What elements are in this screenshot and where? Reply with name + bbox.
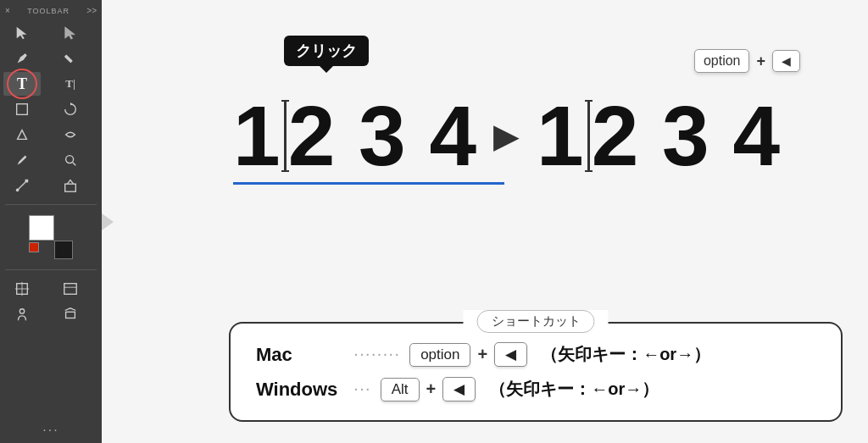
sidebar-top-bar: × TOOLBAR >> (0, 3, 102, 18)
layers-tool[interactable] (52, 302, 89, 326)
os-label-mac: Mac (256, 344, 349, 366)
numbers-row: 1 2 3 4 ▶ 1 2 3 4 (233, 93, 843, 178)
sidebar-collapse-arrow[interactable] (102, 213, 114, 230)
svg-point-7 (66, 156, 74, 163)
pencil-tool[interactable] (52, 47, 89, 70)
desc-mac: （矢印キー：←or→） (541, 343, 710, 366)
arrow-key-windows: ◀ (442, 377, 476, 401)
option-key-mac: option (409, 343, 470, 367)
direct-select-tool[interactable] (52, 21, 89, 45)
type-tool[interactable]: T (3, 72, 41, 96)
shortcut-title-wrap: ショートカット (464, 310, 609, 333)
shortcut-title: ショートカット (477, 310, 595, 333)
svg-rect-4 (64, 54, 73, 63)
expand-icon[interactable]: >> (86, 6, 97, 15)
pen-tool[interactable] (3, 47, 41, 70)
color-swatch-area (0, 208, 102, 266)
dots-mac: ········ (354, 348, 401, 362)
plus-sign-top: + (756, 53, 765, 70)
close-icon[interactable]: × (5, 6, 10, 15)
number-1-right: 1 (537, 93, 584, 178)
svg-rect-10 (25, 180, 29, 183)
number-1-left: 1 (233, 93, 281, 178)
main-content: クリック option + ◀ 1 2 3 4 ▶ 1 2 3 4 (102, 0, 868, 443)
arrow-key-badge-top: ◀ (772, 50, 800, 72)
svg-line-8 (73, 163, 76, 166)
click-tooltip: クリック (284, 36, 369, 66)
image-trace-tool[interactable] (52, 174, 89, 197)
number-234-left: 2 3 4 (288, 93, 476, 178)
more-options-dots[interactable]: ... (42, 419, 58, 435)
select-tool[interactable] (3, 21, 41, 45)
sidebar-bottom: ... (37, 414, 64, 440)
text-cursor-right (587, 100, 590, 172)
svg-point-9 (16, 189, 19, 192)
bottom-tools (0, 274, 102, 329)
svg-point-3 (24, 54, 27, 58)
numbers-left: 1 2 3 4 (233, 93, 476, 178)
key-combo-windows: Alt + ◀ （矢印キー：←or→） (381, 377, 659, 401)
zoom-tool[interactable] (52, 148, 89, 172)
number-234-right: 2 3 4 (592, 93, 780, 178)
none-indicator (29, 242, 39, 252)
svg-rect-15 (64, 284, 76, 295)
touch-type-tool[interactable]: T| (52, 72, 89, 96)
svg-point-17 (19, 309, 24, 313)
text-underline (233, 182, 504, 185)
eyedropper-tool[interactable] (3, 148, 41, 172)
rotate-tool[interactable] (52, 97, 89, 121)
desc-windows: （矢印キー：←or→） (489, 378, 659, 401)
libraries-tool[interactable] (52, 277, 89, 301)
properties-tool[interactable] (3, 302, 41, 326)
option-key-badge-top: option (694, 49, 750, 73)
arrow-key-mac: ◀ (494, 342, 527, 367)
key-combo-mac: option + ◀ （矢印キー：←or→） (409, 342, 710, 367)
alt-key-windows: Alt (381, 378, 420, 401)
divider2 (5, 269, 97, 270)
option-key-combo-top: option + ◀ (694, 49, 800, 73)
shortcut-row-windows: Windows ··· Alt + ◀ （矢印キー：←or→） (256, 372, 815, 407)
plus-mac: + (477, 345, 487, 364)
svg-marker-0 (17, 27, 27, 39)
os-label-windows: Windows (256, 379, 349, 401)
tools-grid: T T| (0, 18, 102, 201)
fill-swatch[interactable] (29, 215, 54, 241)
plus-windows: + (426, 379, 437, 399)
svg-marker-6 (70, 102, 73, 106)
warp-tool[interactable] (52, 123, 89, 147)
scale-tool[interactable] (3, 123, 41, 147)
svg-rect-5 (17, 104, 28, 115)
arrow-between: ▶ (493, 116, 520, 155)
artboard-tool[interactable] (3, 277, 41, 301)
numbers-right: 1 2 3 4 (537, 93, 780, 178)
divider (5, 204, 97, 205)
shortcut-box: ショートカット Mac ········ option + ◀ （矢印キー：←o… (229, 322, 843, 422)
shortcut-row-mac: Mac ········ option + ◀ （矢印キー：←or→） (256, 337, 815, 372)
dots-windows: ··· (354, 383, 372, 396)
text-cursor-left (284, 100, 287, 172)
toolbar-sidebar: × TOOLBAR >> T T| (0, 0, 102, 443)
sidebar-title: TOOLBAR (27, 7, 70, 15)
svg-rect-18 (66, 312, 75, 318)
shape-tool[interactable] (3, 97, 41, 121)
blend-tool[interactable] (3, 174, 41, 197)
stroke-swatch[interactable] (54, 241, 73, 259)
svg-rect-11 (65, 184, 76, 191)
